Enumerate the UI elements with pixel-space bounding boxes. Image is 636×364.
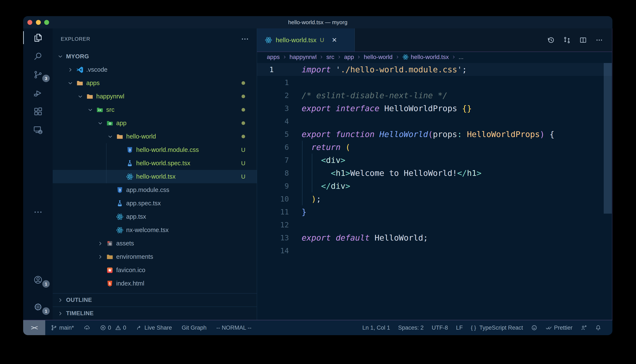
split-editor-icon[interactable] [579,36,587,44]
chevron-right-icon [68,67,76,72]
breadcrumb-item-hello-world-tsx[interactable]: hello-world.tsx [402,54,449,60]
status-git-branch[interactable]: main* [51,324,74,331]
breadcrumb-label: src [326,54,334,60]
code-line[interactable]: 1import './hello-world.module.css'; [257,63,612,76]
open-changes-icon[interactable] [563,36,571,44]
code-line[interactable]: 10 ); [257,192,612,205]
tree-item-assets[interactable]: assets [53,237,257,250]
tab-hello-world-tsx[interactable]: hello-world.tsx U ✕ [257,28,355,52]
status-indentation[interactable]: Spaces: 2 [398,324,423,331]
tree-item-happynrwl[interactable]: happynrwl [53,90,257,103]
chevron-down-icon [68,80,76,86]
close-tab-icon[interactable]: ✕ [330,36,339,44]
git-modified-dot [239,108,247,112]
status-label: Ln 1, Col 1 [362,324,390,331]
titlebar: hello-world.tsx — myorg [23,16,612,28]
tree-item-hello-world-tsx[interactable]: hello-world.tsxU [53,170,257,183]
tree-item-apps[interactable]: apps [53,76,257,90]
line-number: 12 [257,220,289,229]
code-line[interactable]: 11} [257,205,612,218]
code-line[interactable]: 7 <div> [257,154,612,166]
code-text: return ( [302,142,350,152]
code-line[interactable]: 12 [257,218,612,231]
status-label: LF [456,324,463,331]
tree-item-hello-world-spec-tsx[interactable]: hello-world.spec.tsxU [53,156,257,170]
explorer-more-actions-icon[interactable] [241,35,249,43]
tree-item-hello-world[interactable]: hello-world [53,130,257,143]
tab-label: hello-world.tsx [276,36,317,44]
tree-item-environments[interactable]: environments [53,250,257,264]
tree-item-nx-welcome-tsx[interactable]: nx-welcome.tsx [53,223,257,237]
activity-bar-item-remote-explorer[interactable] [23,121,53,139]
warning-icon [115,324,121,331]
status-encoding[interactable]: UTF-8 [432,324,448,331]
line-number: 9 [257,182,289,190]
status-eol[interactable]: LF [456,324,463,331]
status-language-mode[interactable]: { }TypeScript React [471,324,523,331]
status-prettier[interactable]: Prettier [545,324,572,331]
breadcrumb-item-apps[interactable]: apps [267,54,280,60]
status-label: -- NORMAL -- [216,324,251,331]
status-problems[interactable]: 00 [100,324,126,331]
code-line[interactable]: 14 [257,244,612,257]
folder-open-icon [76,79,84,87]
code-line[interactable]: 13export default HelloWorld; [257,231,612,244]
line-number: 1 [257,65,289,74]
tree-item--vscode[interactable]: .vscode [53,63,257,76]
tree-item-hello-world-module-css[interactable]: 3hello-world.module.cssU [53,143,257,156]
breadcrumb-item--[interactable]: ... [459,54,464,60]
remote-indicator[interactable]: >< [23,320,45,335]
status-cursor-position[interactable]: Ln 1, Col 1 [362,324,390,331]
code-line[interactable]: 5export function HelloWorld(props: Hello… [257,128,612,141]
activity-bar-item-run-and-debug[interactable] [23,84,53,102]
status-publish-changes[interactable] [84,324,90,331]
status-git-graph[interactable]: Git Graph [182,324,206,331]
test-tsx-icon [116,200,124,207]
line-number: 2 [257,91,289,100]
breadcrumb-item-hello-world[interactable]: hello-world [364,54,392,60]
code-line[interactable]: 4 [257,115,612,128]
tree-item-app-spec-tsx[interactable]: app.spec.tsx [53,197,257,210]
tree-item-favicon-ico[interactable]: favicon.ico [53,264,257,277]
code-line[interactable]: 3export interface HelloWorldProps {} [257,102,612,115]
code-line[interactable]: 8 <h1>Welcome to HelloWorld!</h1> [257,166,612,180]
code-editor[interactable]: 1import './hello-world.module.css';12/* … [257,62,612,320]
tree-item-app-module-css[interactable]: 3app.module.css [53,183,257,197]
activity-bar-item-more[interactable] [23,203,53,221]
activity-bar-item-search[interactable] [23,47,53,65]
code-line[interactable]: 1 [257,76,612,89]
status-share-session[interactable] [580,324,587,331]
tree-item-index-html[interactable]: 5index.html [53,277,257,290]
section-timeline[interactable]: TIMELINE [53,306,257,320]
open-timeline-icon[interactable] [547,36,555,44]
status-label: Prettier [554,324,572,331]
tree-item-app[interactable]: app [53,116,257,130]
status-notifications[interactable] [595,324,601,331]
code-text: export function HelloWorld(props: HelloW… [302,130,554,139]
activity-bar-item-explorer[interactable] [23,28,53,47]
editor-scrollbar[interactable] [604,63,612,214]
breadcrumb-item-src[interactable]: src [326,54,334,60]
more-actions-icon[interactable] [595,36,603,44]
code-line[interactable]: 9 </div> [257,180,612,192]
breadcrumb-label: happynrwl [290,54,317,60]
code-line[interactable]: 2/* eslint-disable-next-line */ [257,89,612,102]
status-feedback[interactable] [531,324,537,331]
tab-modified-badge: U [320,37,324,44]
section-outline[interactable]: OUTLINE [53,293,257,306]
activity-bar-item-source-control[interactable]: 3 [23,65,53,84]
tree-item-app-tsx[interactable]: app.tsx [53,210,257,223]
folder-assets-icon [106,240,114,247]
breadcrumb-item-happynrwl[interactable]: happynrwl [290,54,317,60]
status-vim-mode[interactable]: -- NORMAL -- [216,324,251,331]
code-line[interactable]: 6 return ( [257,141,612,154]
line-number: 7 [257,156,289,164]
tree-item-label: favicon.ico [116,267,145,274]
tree-item-src[interactable]: src [53,103,257,116]
breadcrumb-item-app[interactable]: app [344,54,354,60]
activity-bar-item-extensions[interactable] [23,102,53,121]
tree-root-myorg[interactable]: MYORG [53,50,257,63]
activity-bar-item-accounts[interactable]: 1 [23,270,53,289]
status-live-share[interactable]: Live Share [136,324,172,331]
activity-bar-item-manage[interactable]: 1 [23,298,53,316]
